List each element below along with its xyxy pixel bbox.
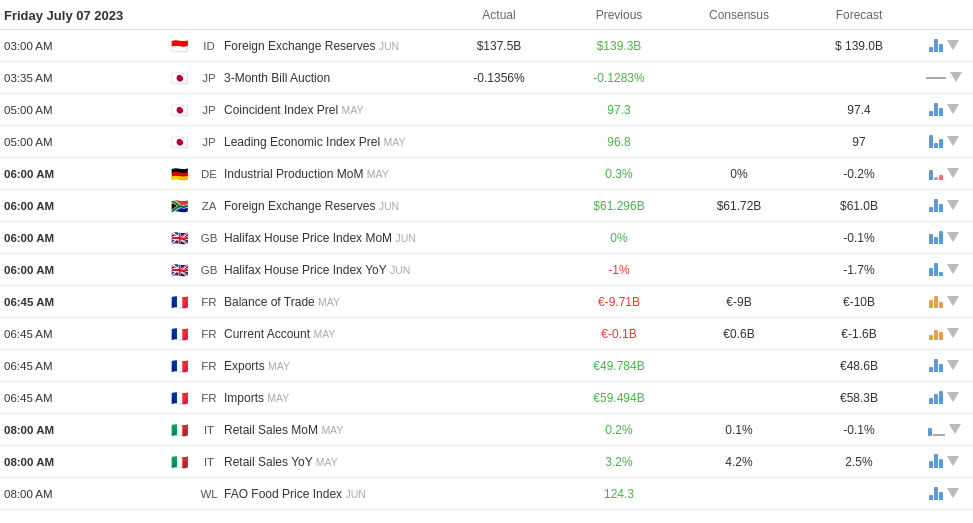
country-flag: 🇩🇪 xyxy=(164,166,194,182)
table-row[interactable]: 05:00 AM 🇯🇵 JP Coincident Index Prel MAY… xyxy=(0,94,973,126)
row-actions xyxy=(919,324,969,343)
event-time: 03:00 AM xyxy=(4,40,164,52)
previous-value: $61.296B xyxy=(559,199,679,213)
row-actions xyxy=(919,196,969,215)
event-name: Foreign Exchange Reserves JUN xyxy=(224,39,439,53)
expand-icon[interactable] xyxy=(947,135,959,149)
expand-icon[interactable] xyxy=(947,263,959,277)
mini-chart-icon[interactable] xyxy=(926,77,946,79)
country-flag: 🇯🇵 xyxy=(164,102,194,118)
country-flag: 🇯🇵 xyxy=(164,70,194,86)
expand-icon[interactable] xyxy=(950,71,962,85)
mini-chart-icon[interactable] xyxy=(929,228,943,247)
event-period: MAY xyxy=(268,360,290,372)
previous-value: -1% xyxy=(559,263,679,277)
table-row[interactable]: 08:00 AM 🇮🇹 IT Retail Sales YoY MAY 3.2%… xyxy=(0,446,973,478)
previous-value: 3.2% xyxy=(559,455,679,469)
consensus-value: 0% xyxy=(679,167,799,181)
row-actions xyxy=(919,388,969,407)
forecast-value: -0.1% xyxy=(799,231,919,245)
event-period: JUN xyxy=(379,40,399,52)
consensus-header: Consensus xyxy=(679,8,799,23)
table-row[interactable]: 06:00 AM 🇿🇦 ZA Foreign Exchange Reserves… xyxy=(0,190,973,222)
previous-value: 96.8 xyxy=(559,135,679,149)
table-row[interactable]: 03:00 AM 🇮🇩 ID Foreign Exchange Reserves… xyxy=(0,30,973,62)
forecast-value: €58.3B xyxy=(799,391,919,405)
table-row[interactable]: 06:45 AM 🇫🇷 FR Current Account MAY €-0.1… xyxy=(0,318,973,350)
forecast-value: -0.1% xyxy=(799,423,919,437)
event-period: JUN xyxy=(390,264,410,276)
mini-chart-icon[interactable] xyxy=(929,36,943,55)
event-period: JUN xyxy=(395,232,415,244)
country-flag: 🇯🇵 xyxy=(164,134,194,150)
previous-value: €-0.1B xyxy=(559,327,679,341)
previous-value: €49.784B xyxy=(559,359,679,373)
table-row[interactable]: 06:45 AM 🇫🇷 FR Imports MAY €59.494B €58.… xyxy=(0,382,973,414)
mini-chart-icon[interactable] xyxy=(929,260,943,279)
country-flag: 🇫🇷 xyxy=(164,358,194,374)
event-time: 08:00 AM xyxy=(4,456,164,468)
table-row[interactable]: 06:00 AM 🇩🇪 DE Industrial Production MoM… xyxy=(0,158,973,190)
event-name: Halifax House Price Index YoY JUN xyxy=(224,263,439,277)
event-name: 3-Month Bill Auction xyxy=(224,71,439,85)
row-actions xyxy=(919,71,969,85)
event-name: Imports MAY xyxy=(224,391,439,405)
mini-chart-icon[interactable] xyxy=(929,100,943,119)
table-row[interactable]: 08:00 AM WL FAO Food Price Index JUN 124… xyxy=(0,478,973,510)
expand-icon[interactable] xyxy=(949,423,961,437)
event-name: FAO Food Price Index JUN xyxy=(224,487,439,501)
country-flag: 🇬🇧 xyxy=(164,230,194,246)
event-time: 06:00 AM xyxy=(4,200,164,212)
mini-chart-icon[interactable] xyxy=(929,324,943,343)
actual-value: -0.1356% xyxy=(439,71,559,85)
previous-value: €59.494B xyxy=(559,391,679,405)
expand-icon[interactable] xyxy=(947,39,959,53)
country-flag: 🇫🇷 xyxy=(164,294,194,310)
forecast-value: 2.5% xyxy=(799,455,919,469)
table-row[interactable]: 06:00 AM 🇬🇧 GB Halifax House Price Index… xyxy=(0,222,973,254)
previous-value: €-9.71B xyxy=(559,295,679,309)
expand-icon[interactable] xyxy=(947,359,959,373)
table-row[interactable]: 08:00 AM 🇮🇹 IT Retail Sales MoM MAY 0.2%… xyxy=(0,414,973,446)
mini-chart-icon[interactable] xyxy=(929,452,943,471)
mini-chart-icon[interactable] xyxy=(929,164,943,183)
actual-value: $137.5B xyxy=(439,39,559,53)
row-actions xyxy=(919,356,969,375)
country-code: JP xyxy=(194,104,224,116)
expand-icon[interactable] xyxy=(947,199,959,213)
event-time: 06:00 AM xyxy=(4,168,164,180)
table-row[interactable]: 05:00 AM 🇯🇵 JP Leading Economic Index Pr… xyxy=(0,126,973,158)
event-name: Leading Economic Index Prel MAY xyxy=(224,135,439,149)
mini-chart-icon[interactable] xyxy=(929,356,943,375)
expand-icon[interactable] xyxy=(947,167,959,181)
event-period: MAY xyxy=(313,328,335,340)
mini-chart-icon[interactable] xyxy=(929,292,943,311)
expand-icon[interactable] xyxy=(947,487,959,501)
country-flag: 🇬🇧 xyxy=(164,262,194,278)
expand-icon[interactable] xyxy=(947,295,959,309)
event-period: MAY xyxy=(316,456,338,468)
table-row[interactable]: 06:45 AM 🇫🇷 FR Balance of Trade MAY €-9.… xyxy=(0,286,973,318)
mini-chart-icon[interactable] xyxy=(929,388,943,407)
country-code: JP xyxy=(194,136,224,148)
table-row[interactable]: 03:35 AM 🇯🇵 JP 3-Month Bill Auction -0.1… xyxy=(0,62,973,94)
expand-icon[interactable] xyxy=(947,103,959,117)
mini-chart-icon[interactable] xyxy=(928,420,945,439)
table-row[interactable]: 06:00 AM 🇬🇧 GB Halifax House Price Index… xyxy=(0,254,973,286)
expand-icon[interactable] xyxy=(947,455,959,469)
mini-chart-icon[interactable] xyxy=(929,196,943,215)
table-row[interactable]: 06:45 AM 🇫🇷 FR Exports MAY €49.784B €48.… xyxy=(0,350,973,382)
event-period: JUN xyxy=(379,200,399,212)
expand-icon[interactable] xyxy=(947,231,959,245)
expand-icon[interactable] xyxy=(947,327,959,341)
event-name: Coincident Index Prel MAY xyxy=(224,103,439,117)
mini-chart-icon[interactable] xyxy=(929,484,943,503)
forecast-value: €48.6B xyxy=(799,359,919,373)
event-name: Industrial Production MoM MAY xyxy=(224,167,439,181)
forecast-value: 97.4 xyxy=(799,103,919,117)
mini-chart-icon[interactable] xyxy=(929,132,943,151)
event-name: Current Account MAY xyxy=(224,327,439,341)
country-flag: 🇫🇷 xyxy=(164,390,194,406)
expand-icon[interactable] xyxy=(947,391,959,405)
event-time: 05:00 AM xyxy=(4,104,164,116)
